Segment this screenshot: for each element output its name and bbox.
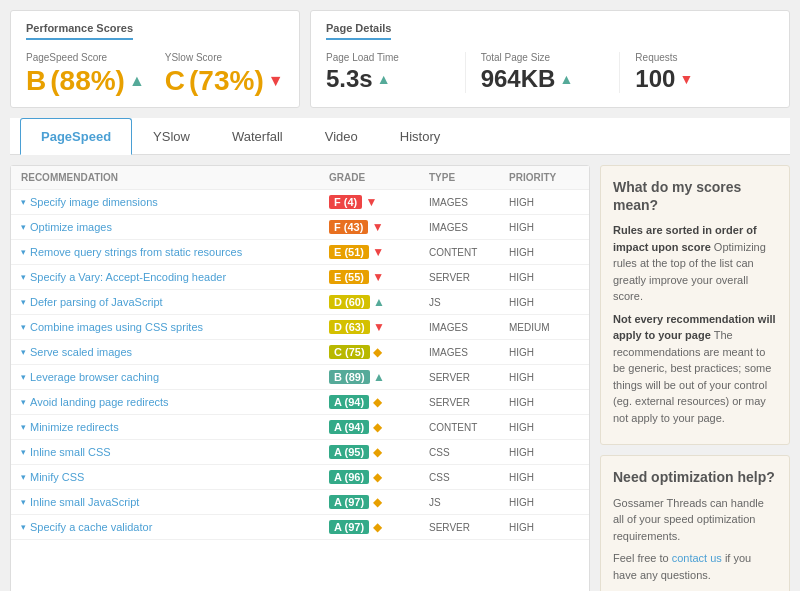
side-panels: What do my scores mean? Rules are sorted…: [600, 165, 790, 591]
priority-cell: HIGH: [509, 422, 579, 433]
help-para2: Feel free to contact us if you have any …: [613, 550, 777, 583]
toggle-arrow-icon[interactable]: ▾: [21, 372, 26, 382]
type-cell: CSS: [429, 447, 509, 458]
contact-us-link[interactable]: contact us: [672, 552, 722, 564]
load-time-label: Page Load Time: [326, 52, 450, 63]
rec-link[interactable]: Minify CSS: [30, 471, 84, 483]
scores-meaning-title: What do my scores mean?: [613, 178, 777, 214]
priority-cell: HIGH: [509, 372, 579, 383]
rec-name: ▾ Inline small JavaScript: [21, 496, 329, 508]
rec-link[interactable]: Serve scaled images: [30, 346, 132, 358]
grade-arrow-down-icon: ▼: [372, 270, 384, 284]
type-cell: JS: [429, 297, 509, 308]
toggle-arrow-icon[interactable]: ▾: [21, 397, 26, 407]
grade-cell: B (89) ▲: [329, 370, 429, 384]
page-details-title: Page Details: [326, 22, 391, 40]
rec-link[interactable]: Minimize redirects: [30, 421, 119, 433]
type-cell: IMAGES: [429, 347, 509, 358]
grade-diamond-icon: ◆: [373, 470, 382, 484]
yslow-score-item: YSlow Score C(73%) ▼: [165, 52, 284, 97]
rec-name: ▾ Minify CSS: [21, 471, 329, 483]
toggle-arrow-icon[interactable]: ▾: [21, 347, 26, 357]
tab-waterfall[interactable]: Waterfall: [211, 118, 304, 155]
grade-diamond-icon: ◆: [373, 345, 382, 359]
rec-name: ▾ Serve scaled images: [21, 346, 329, 358]
priority-cell: HIGH: [509, 472, 579, 483]
grade-badge: E (55): [329, 270, 369, 284]
optimization-help-panel: Need optimization help? Gossamer Threads…: [600, 455, 790, 591]
toggle-arrow-icon[interactable]: ▾: [21, 447, 26, 457]
rec-link[interactable]: Specify a cache validator: [30, 521, 152, 533]
requests-label: Requests: [635, 52, 759, 63]
table-rows-container: ▾ Specify image dimensions F (4) ▼ IMAGE…: [11, 190, 589, 540]
toggle-arrow-icon[interactable]: ▾: [21, 472, 26, 482]
table-row: ▾ Specify image dimensions F (4) ▼ IMAGE…: [11, 190, 589, 215]
perf-title: Performance Scores: [26, 22, 133, 40]
priority-cell: HIGH: [509, 272, 579, 283]
table-row: ▾ Inline small JavaScript A (97) ◆ JS HI…: [11, 490, 589, 515]
tab-yslow[interactable]: YSlow: [132, 118, 211, 155]
toggle-arrow-icon[interactable]: ▾: [21, 272, 26, 282]
help-para1: Gossamer Threads can handle all of your …: [613, 495, 777, 545]
rec-link[interactable]: Specify image dimensions: [30, 196, 158, 208]
grade-cell: A (94) ◆: [329, 395, 429, 409]
priority-cell: HIGH: [509, 497, 579, 508]
tab-history[interactable]: History: [379, 118, 461, 155]
grade-badge: A (97): [329, 520, 369, 534]
tabs-bar: PageSpeed YSlow Waterfall Video History: [10, 118, 790, 155]
rec-link[interactable]: Defer parsing of JavaScript: [30, 296, 163, 308]
grade-badge: D (63): [329, 320, 370, 334]
scores-para2-rest: The recommendations are meant to be gene…: [613, 329, 771, 424]
toggle-arrow-icon[interactable]: ▾: [21, 522, 26, 532]
pagespeed-score-item: PageSpeed Score B(88%) ▲: [26, 52, 145, 97]
rec-link[interactable]: Avoid landing page redirects: [30, 396, 169, 408]
toggle-arrow-icon[interactable]: ▾: [21, 197, 26, 207]
pagespeed-percent: (88%): [50, 65, 125, 97]
rec-link[interactable]: Inline small CSS: [30, 446, 111, 458]
help-title: Need optimization help?: [613, 468, 777, 486]
toggle-arrow-icon[interactable]: ▾: [21, 247, 26, 257]
type-cell: JS: [429, 497, 509, 508]
table-row: ▾ Optimize images F (43) ▼ IMAGES HIGH: [11, 215, 589, 240]
rec-name: ▾ Specify a cache validator: [21, 521, 329, 533]
tab-video[interactable]: Video: [304, 118, 379, 155]
page-details-row: Page Load Time 5.3s ▲ Total Page Size 96…: [326, 52, 774, 93]
priority-cell: HIGH: [509, 222, 579, 233]
rec-name: ▾ Remove query strings from static resou…: [21, 246, 329, 258]
type-cell: CONTENT: [429, 422, 509, 433]
scores-row: PageSpeed Score B(88%) ▲ YSlow Score C(7…: [26, 52, 284, 97]
toggle-arrow-icon[interactable]: ▾: [21, 222, 26, 232]
type-cell: SERVER: [429, 272, 509, 283]
rec-link[interactable]: Remove query strings from static resourc…: [30, 246, 242, 258]
type-cell: SERVER: [429, 397, 509, 408]
pagespeed-letter: B: [26, 65, 46, 97]
yslow-percent: (73%): [189, 65, 264, 97]
grade-badge: A (95): [329, 445, 369, 459]
rec-name: ▾ Specify image dimensions: [21, 196, 329, 208]
rec-name: ▾ Inline small CSS: [21, 446, 329, 458]
rec-link[interactable]: Leverage browser caching: [30, 371, 159, 383]
recommendations-table: RECOMMENDATION GRADE TYPE PRIORITY ▾ Spe…: [10, 165, 590, 591]
grade-arrow-down-icon: ▼: [372, 220, 384, 234]
toggle-arrow-icon[interactable]: ▾: [21, 322, 26, 332]
rec-link[interactable]: Inline small JavaScript: [30, 496, 139, 508]
grade-cell: A (94) ◆: [329, 420, 429, 434]
toggle-arrow-icon[interactable]: ▾: [21, 297, 26, 307]
grade-cell: F (43) ▼: [329, 220, 429, 234]
toggle-arrow-icon[interactable]: ▾: [21, 497, 26, 507]
grade-cell: A (97) ◆: [329, 495, 429, 509]
grade-cell: A (96) ◆: [329, 470, 429, 484]
requests-detail: Requests 100 ▼: [635, 52, 774, 93]
type-cell: CONTENT: [429, 247, 509, 258]
pagespeed-label: PageSpeed Score: [26, 52, 145, 63]
rec-link[interactable]: Combine images using CSS sprites: [30, 321, 203, 333]
type-cell: SERVER: [429, 522, 509, 533]
grade-diamond-icon: ◆: [373, 520, 382, 534]
rec-link[interactable]: Optimize images: [30, 221, 112, 233]
performance-scores-panel: Performance Scores PageSpeed Score B(88%…: [10, 10, 300, 108]
requests-arrow: ▼: [679, 71, 693, 87]
toggle-arrow-icon[interactable]: ▾: [21, 422, 26, 432]
table-row: ▾ Avoid landing page redirects A (94) ◆ …: [11, 390, 589, 415]
tab-pagespeed[interactable]: PageSpeed: [20, 118, 132, 155]
rec-link[interactable]: Specify a Vary: Accept-Encoding header: [30, 271, 226, 283]
